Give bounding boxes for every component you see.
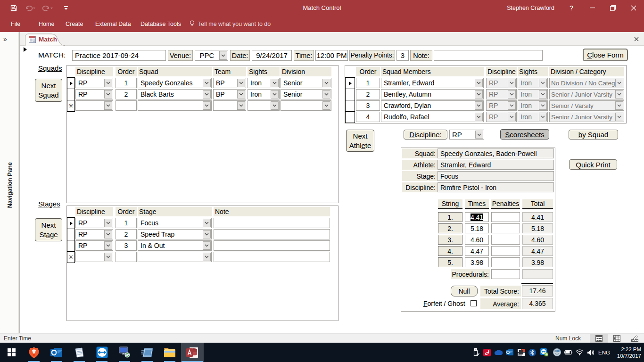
- dropdown-icon[interactable]: [322, 101, 330, 110]
- dropdown-icon[interactable]: [475, 131, 483, 139]
- discipline-filter-button[interactable]: Discipline:: [404, 130, 447, 140]
- record-selector[interactable]: [345, 100, 355, 112]
- penalties-field[interactable]: [491, 246, 520, 256]
- cell-member-combo[interactable]: Rudolfo, Rafael: [381, 112, 484, 122]
- taskbar-file-explorer-icon[interactable]: [158, 343, 181, 362]
- new-record-selector[interactable]: ✳: [67, 100, 75, 112]
- tab-match[interactable]: Match: [25, 33, 66, 46]
- cell-order[interactable]: [116, 100, 137, 111]
- dropdown-icon[interactable]: [203, 230, 211, 239]
- cell-note[interactable]: [214, 252, 330, 262]
- cell-squad-combo[interactable]: [138, 100, 212, 111]
- taskbar-teamviewer-icon[interactable]: [91, 343, 113, 362]
- times-field[interactable]: 4.41: [465, 212, 489, 222]
- cell-team-combo[interactable]: [213, 100, 246, 111]
- taskbar-clock[interactable]: 2:22 PM 10/7/2017: [617, 343, 641, 362]
- minimize-icon[interactable]: [582, 0, 603, 16]
- cell-member-combo[interactable]: Crawford, Dylan: [381, 100, 484, 111]
- dropdown-icon[interactable]: [475, 79, 483, 87]
- dropdown-icon[interactable]: [237, 90, 245, 99]
- tray-grid-app-icon[interactable]: [515, 343, 527, 362]
- maximize-icon[interactable]: [603, 0, 623, 16]
- by-squad-button[interactable]: by Squad: [569, 130, 618, 140]
- close-icon[interactable]: [623, 0, 644, 16]
- penalty-points-field[interactable]: 3: [396, 50, 409, 61]
- dropdown-icon[interactable]: [203, 90, 211, 99]
- cell-discipline-combo[interactable]: RP: [75, 78, 113, 88]
- time-field[interactable]: 12:00 PM: [315, 50, 348, 61]
- dropdown-icon[interactable]: [322, 90, 330, 99]
- cell-discipline-combo[interactable]: RP: [75, 89, 113, 99]
- cell-order[interactable]: 2: [356, 89, 380, 99]
- dropdown-icon[interactable]: [271, 101, 279, 110]
- penalties-field[interactable]: [491, 212, 520, 222]
- null-button[interactable]: Null: [451, 286, 478, 296]
- dropdown-icon[interactable]: [203, 101, 211, 110]
- dropdown-icon[interactable]: [104, 253, 112, 261]
- tell-me-box[interactable]: Tell me what you want to do: [188, 16, 272, 32]
- match-name-field[interactable]: Practice 2017-09-24: [72, 50, 166, 61]
- cell-member-combo[interactable]: Stramler, Edward: [381, 78, 484, 88]
- record-selector-bar[interactable]: [29, 46, 29, 333]
- ribbon-tab-home[interactable]: Home: [37, 16, 56, 32]
- cell-team-combo[interactable]: BP: [213, 78, 246, 88]
- cell-order[interactable]: 1: [116, 78, 137, 88]
- tray-teamviewer-icon[interactable]: [537, 343, 551, 362]
- cell-stage-combo[interactable]: In & Out: [138, 240, 212, 251]
- ribbon-tab-database-tools[interactable]: Database Tools: [139, 16, 183, 32]
- times-field[interactable]: 4.47: [465, 246, 489, 256]
- ribbon-tab-external-data[interactable]: External Data: [93, 16, 133, 32]
- dropdown-icon[interactable]: [237, 101, 245, 110]
- dropdown-icon[interactable]: [271, 90, 279, 99]
- next-squad-button[interactable]: Next Squad: [35, 79, 62, 102]
- taskbar-command-window-icon[interactable]: [136, 343, 158, 362]
- new-record-selector[interactable]: ✳: [67, 251, 75, 263]
- next-athlete-button[interactable]: Next Athlete: [346, 130, 374, 152]
- record-selector[interactable]: [345, 111, 355, 123]
- cell-order[interactable]: 2: [116, 89, 137, 99]
- tray-bluetooth-icon[interactable]: [526, 343, 538, 362]
- cell-division-combo[interactable]: [281, 100, 331, 111]
- cell-note[interactable]: [214, 218, 330, 228]
- note-field[interactable]: [434, 50, 543, 61]
- dropdown-icon[interactable]: [203, 253, 211, 261]
- tray-pdf-app-icon[interactable]: [481, 343, 493, 362]
- dropdown-icon[interactable]: [237, 79, 245, 87]
- cell-order[interactable]: [116, 252, 137, 262]
- signed-in-user[interactable]: Stephen Crawford: [507, 5, 554, 11]
- cell-order[interactable]: 1: [356, 78, 380, 88]
- close-form-button[interactable]: Close Form: [583, 49, 627, 61]
- tray-wifi-icon[interactable]: [573, 343, 586, 362]
- taskbar-notepad-icon[interactable]: [68, 343, 91, 362]
- quick-print-button[interactable]: Quick Print: [569, 159, 617, 170]
- tray-onedrive-icon[interactable]: [492, 343, 504, 362]
- tray-volume-icon[interactable]: [585, 343, 597, 362]
- cell-note[interactable]: [214, 240, 330, 251]
- penalties-field[interactable]: [491, 223, 520, 233]
- venue-combo[interactable]: PPC: [195, 50, 228, 61]
- cell-division-combo[interactable]: Senior: [281, 78, 331, 88]
- language-indicator[interactable]: ENG: [598, 343, 610, 362]
- penalties-field[interactable]: [491, 257, 520, 267]
- taskbar-access-icon[interactable]: [181, 343, 204, 362]
- dropdown-icon[interactable]: [203, 219, 211, 227]
- cell-discipline-combo[interactable]: RP: [75, 218, 113, 228]
- dropdown-icon[interactable]: [104, 79, 112, 87]
- tray-usb-icon[interactable]: [470, 343, 482, 362]
- expand-navpane-icon[interactable]: »: [3, 35, 6, 43]
- procedurals-field[interactable]: [491, 269, 520, 279]
- forfeit-ghost-checkbox[interactable]: [471, 300, 477, 306]
- cell-discipline-combo[interactable]: RP: [75, 229, 113, 239]
- record-selector[interactable]: [345, 89, 355, 100]
- dropdown-icon[interactable]: [104, 90, 112, 99]
- cell-note[interactable]: [214, 229, 330, 239]
- design-view-icon[interactable]: [626, 334, 644, 343]
- scoresheets-button[interactable]: Scoresheets: [500, 129, 549, 140]
- date-field[interactable]: 9/24/2017: [252, 50, 292, 61]
- cell-order[interactable]: 3: [356, 100, 380, 111]
- dropdown-icon[interactable]: [203, 79, 211, 87]
- record-selector[interactable]: [67, 89, 75, 100]
- times-field[interactable]: 5.18: [465, 223, 489, 233]
- dropdown-icon[interactable]: [203, 241, 211, 250]
- close-tab-icon[interactable]: [633, 35, 640, 43]
